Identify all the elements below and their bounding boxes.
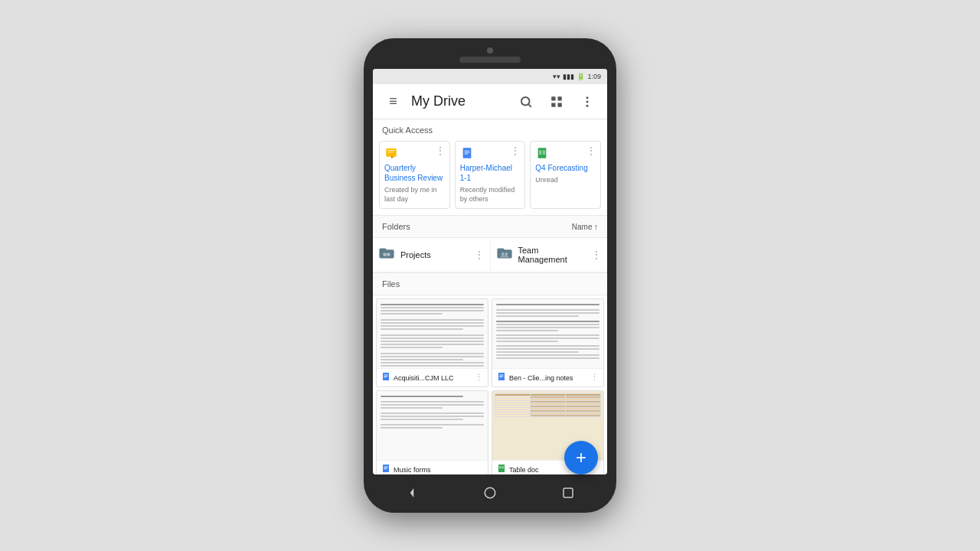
folders-section-header: Folders Name ↑ (373, 215, 607, 238)
qa-card-quarterly[interactable]: ⋮ Quarterly Business Review Created by m… (379, 141, 450, 209)
svg-rect-35 (500, 377, 502, 378)
folder-name: Team Management (518, 246, 586, 264)
file-info: Acquisiti...CJM LLC ⋮ (377, 368, 488, 386)
slides-icon (384, 146, 398, 160)
plus-icon: + (576, 447, 586, 468)
more-options-button[interactable] (575, 90, 599, 114)
file-preview (377, 391, 488, 460)
status-icons: ▾▾ ▮▮▮ 🔋 1:09 (553, 73, 601, 80)
folder-more-icon[interactable]: ⋮ (475, 249, 484, 260)
svg-rect-17 (538, 148, 547, 158)
file-card-0[interactable]: Acquisiti...CJM LLC ⋮ (376, 298, 488, 387)
qa-card-header: ⋮ (460, 146, 521, 160)
qa-card-header: ⋮ (535, 146, 596, 160)
svg-rect-4 (551, 103, 555, 106)
more-vertical-icon (580, 95, 594, 109)
file-card-2[interactable]: Music forms (376, 390, 488, 474)
svg-rect-39 (384, 469, 387, 470)
svg-rect-10 (387, 150, 394, 151)
back-icon (405, 486, 419, 500)
svg-marker-45 (410, 488, 414, 497)
folder-more-icon[interactable]: ⋮ (592, 249, 601, 260)
qa-item-name: Harper-Michael 1-1 (460, 163, 521, 183)
qa-item-name: Q4 Forecasting (535, 163, 596, 173)
files-section-header: Files (373, 272, 607, 295)
sheets-icon (535, 146, 549, 160)
svg-rect-38 (384, 468, 388, 468)
file-more-icon[interactable]: ⋮ (590, 373, 599, 383)
phone-speaker (459, 57, 521, 63)
qa-item-meta: Created by me in last day (384, 186, 445, 204)
qa-item-meta: Recently modified by others (460, 186, 521, 204)
svg-point-26 (501, 253, 504, 256)
app-bar: ≡ My Drive (373, 84, 607, 119)
file-preview (492, 299, 603, 368)
svg-rect-33 (500, 375, 504, 376)
folder-name: Projects (400, 250, 469, 259)
qa-more-icon[interactable]: ⋮ (436, 146, 445, 155)
phone-camera (487, 47, 493, 54)
svg-point-7 (586, 100, 589, 103)
svg-rect-20 (539, 152, 541, 153)
phone-screen: ▾▾ ▮▮▮ 🔋 1:09 ≡ My Drive (373, 69, 607, 474)
folder-item-team-management[interactable]: Team Management ⋮ (491, 238, 608, 272)
file-preview (377, 299, 488, 368)
page-title: My Drive (411, 93, 508, 109)
home-circle-icon (483, 486, 497, 500)
fab-button[interactable]: + (564, 441, 598, 474)
phone-device: ▾▾ ▮▮▮ 🔋 1:09 ≡ My Drive (364, 38, 616, 513)
qa-more-icon[interactable]: ⋮ (511, 146, 520, 155)
main-content: Quick Access ⋮ (373, 119, 607, 474)
file-info: Ben - Clie...ing notes ⋮ (492, 368, 603, 386)
svg-point-27 (505, 253, 508, 256)
doc-icon (381, 464, 390, 474)
qa-more-icon[interactable]: ⋮ (586, 146, 596, 155)
svg-point-8 (586, 104, 589, 106)
home-button[interactable] (483, 486, 497, 504)
qa-card-harper[interactable]: ⋮ Harper-Michael 1-1 Recently modified b… (455, 141, 526, 209)
svg-rect-23 (543, 154, 545, 155)
svg-rect-32 (498, 373, 505, 380)
svg-rect-34 (500, 376, 504, 377)
svg-rect-22 (539, 154, 541, 155)
recents-button[interactable] (561, 486, 575, 504)
hamburger-icon: ≡ (389, 93, 397, 109)
svg-rect-16 (464, 154, 468, 155)
svg-rect-13 (462, 148, 471, 158)
sort-button[interactable]: Name ↑ (572, 222, 598, 231)
svg-rect-31 (384, 377, 387, 378)
file-more-icon[interactable]: ⋮ (475, 373, 483, 383)
svg-rect-44 (502, 468, 505, 468)
svg-point-24 (383, 253, 387, 256)
qa-item-meta: Unread (535, 176, 596, 185)
svg-rect-2 (551, 96, 555, 100)
svg-rect-37 (384, 467, 388, 468)
qa-card-header: ⋮ (384, 146, 445, 160)
folders-row: Projects ⋮ Team Management ⋮ (373, 238, 607, 272)
svg-rect-19 (543, 151, 545, 152)
status-bar: ▾▾ ▮▮▮ 🔋 1:09 (373, 69, 607, 84)
qa-card-q4[interactable]: ⋮ Q4 Forecasting Unread (530, 141, 601, 209)
svg-point-0 (521, 97, 530, 106)
file-card-1[interactable]: Ben - Clie...ing notes ⋮ (492, 298, 604, 387)
search-button[interactable] (514, 90, 538, 114)
svg-rect-21 (543, 152, 545, 153)
doc-icon (497, 372, 506, 383)
menu-button[interactable]: ≡ (381, 90, 405, 114)
svg-rect-3 (558, 96, 562, 100)
battery-icon: 🔋 (577, 73, 585, 80)
back-button[interactable] (405, 486, 419, 504)
svg-rect-43 (499, 468, 501, 468)
status-time: 1:09 (587, 73, 601, 80)
file-info: Music forms (377, 460, 488, 474)
svg-rect-14 (464, 151, 469, 152)
square-icon (561, 486, 575, 500)
folder-shared-icon (379, 247, 394, 263)
grid-view-button[interactable] (544, 90, 569, 114)
svg-rect-29 (384, 375, 388, 376)
svg-line-1 (528, 104, 531, 106)
svg-rect-5 (558, 103, 562, 106)
signal-icon: ▮▮▮ (563, 73, 574, 80)
folder-item-projects[interactable]: Projects ⋮ (373, 238, 491, 272)
svg-rect-40 (498, 465, 505, 472)
